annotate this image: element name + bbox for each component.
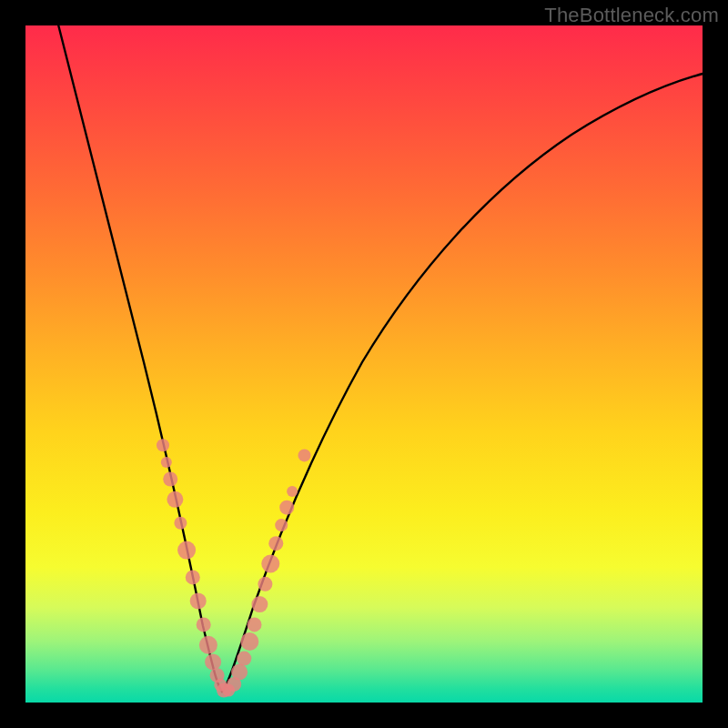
data-marker [248, 617, 262, 632]
data-marker [157, 439, 169, 451]
marker-layer [157, 439, 311, 697]
data-marker [298, 449, 311, 461]
data-marker [287, 486, 298, 497]
data-marker [167, 491, 183, 508]
watermark-text: TheBottleneck.com [544, 4, 719, 27]
data-marker [240, 632, 258, 651]
bottleneck-curve [57, 21, 706, 692]
data-marker [268, 536, 283, 551]
data-marker [190, 592, 207, 609]
data-marker [261, 555, 279, 573]
data-marker [177, 541, 196, 560]
data-marker [205, 653, 221, 670]
data-marker [163, 472, 177, 487]
curve-svg [25, 25, 703, 703]
data-marker [231, 664, 248, 681]
curve-layer [57, 21, 706, 692]
data-marker [279, 500, 294, 515]
data-marker [161, 457, 172, 468]
data-marker [186, 570, 200, 584]
data-marker [174, 517, 187, 530]
data-marker [197, 617, 211, 632]
chart-frame: TheBottleneck.com [0, 0, 728, 728]
data-marker [237, 652, 251, 666]
data-marker [251, 596, 268, 612]
data-marker [258, 577, 272, 592]
data-marker [275, 519, 288, 531]
data-marker [199, 636, 217, 654]
plot-area [25, 25, 703, 703]
